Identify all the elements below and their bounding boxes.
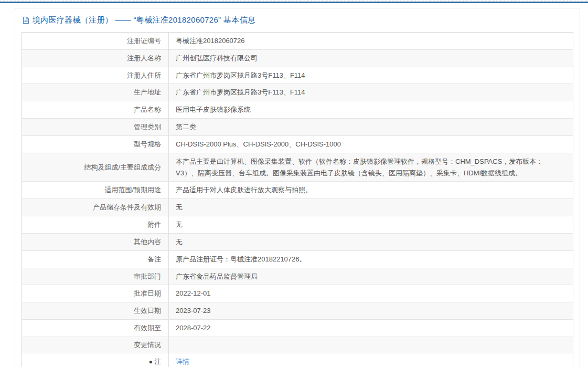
row-value [169, 337, 573, 353]
note-icon: ● [149, 359, 153, 365]
row-label: 注册证编号 [22, 33, 169, 49]
row-value: 详情 [169, 353, 573, 367]
table-row: 批准日期2022-12-01 [22, 285, 573, 302]
table-row: 型号规格CH-DSIS-2000 Plus、CH-DSIS-2000、CH-DS… [22, 136, 573, 153]
row-value: 广东省广州市萝岗区揽月路3号F113、F114 [169, 67, 573, 84]
table-row: 结构及组成/主要组成成分本产品主要是由计算机、图像采集装置、软件（软件名称：皮肤… [22, 153, 573, 182]
row-value: 无 [169, 234, 573, 250]
registration-info-panel: 境内医疗器械（注册） —— “粤械注准20182060726” 基本信息 注册证… [15, 8, 580, 367]
row-label: 产品名称 [22, 101, 169, 118]
row-value: 第二类 [169, 119, 573, 135]
row-label: 注册人住所 [22, 67, 169, 84]
table-row: 变更情况 [22, 337, 573, 353]
table-row: 生产地址广东省广州市萝岗区揽月路3号F113、F114 [22, 84, 573, 101]
row-label: 其他内容 [22, 234, 169, 250]
row-value: CH-DSIS-2000 Plus、CH-DSIS-2000、CH-DSIS-1… [169, 136, 573, 153]
table-row: 注册人名称广州创弘医疗科技有限公司 [22, 50, 573, 67]
row-value: 2023-07-23 [169, 302, 573, 319]
row-value: 2022-12-01 [169, 285, 573, 302]
table-row: 审批部门广东省食品药品监督管理局 [22, 268, 573, 286]
detail-link[interactable]: 详情 [176, 356, 189, 367]
row-value: 本产品主要是由计算机、图像采集装置、软件（软件名称：皮肤镜影像管理软件，规格型号… [169, 153, 573, 182]
row-value: 原产品注册证号：粤械注准20182210726。 [169, 251, 573, 268]
document-icon [23, 16, 29, 24]
table-row: ●注详情 [22, 353, 573, 367]
row-label: 结构及组成/主要组成成分 [22, 153, 169, 182]
table-row: 生效日期2023-07-23 [22, 302, 573, 320]
row-label: 型号规格 [22, 136, 169, 153]
row-label: 备注 [22, 251, 169, 268]
row-label: 批准日期 [22, 285, 169, 302]
page-title: 境内医疗器械（注册） —— “粤械注准20182060726” 基本信息 [33, 15, 255, 25]
table-row: 有效期至2028-07-22 [22, 320, 573, 337]
table-row: 产品储存条件及有效期无 [22, 199, 573, 216]
info-table: 注册证编号粤械注准20182060726注册人名称广州创弘医疗科技有限公司注册人… [22, 32, 573, 367]
row-label: 注册人名称 [22, 50, 169, 67]
table-row: 注册证编号粤械注准20182060726 [22, 33, 573, 50]
row-value: 粤械注准20182060726 [169, 33, 573, 49]
row-value: 广州创弘医疗科技有限公司 [169, 50, 573, 67]
table-row: 管理类别第二类 [22, 119, 573, 136]
table-row: 备注原产品注册证号：粤械注准20182210726。 [22, 251, 573, 268]
row-value: 广东省广州市萝岗区揽月路3号F113、F114 [169, 84, 573, 101]
row-label: 管理类别 [22, 119, 169, 135]
row-label: 生效日期 [22, 302, 169, 319]
row-label: 生产地址 [22, 84, 169, 101]
table-row: 其他内容无 [22, 234, 573, 251]
row-label: 有效期至 [22, 320, 169, 337]
row-value: 产品适用于对人体皮肤进行放大观察与拍照。 [169, 182, 573, 198]
row-label: 产品储存条件及有效期 [22, 199, 169, 216]
table-row: 注册人住所广东省广州市萝岗区揽月路3号F113、F114 [22, 67, 573, 85]
table-row: 产品名称医用电子皮肤镜影像系统 [22, 101, 573, 119]
row-label: ●注 [22, 353, 169, 367]
row-value: 广东省食品药品监督管理局 [169, 268, 573, 285]
panel-header: 境内医疗器械（注册） —— “粤械注准20182060726” 基本信息 [22, 14, 573, 32]
row-label: 审批部门 [22, 268, 169, 285]
row-value: 无 [169, 199, 573, 216]
row-value: 2028-07-22 [169, 320, 573, 337]
top-accent-bar [0, 2, 588, 3]
table-row: 附件无 [22, 216, 573, 234]
row-value: 无 [169, 216, 573, 233]
row-label: 附件 [22, 216, 169, 233]
row-label: 适用范围/预期用途 [22, 182, 169, 198]
row-label: 变更情况 [22, 337, 169, 353]
table-row: 适用范围/预期用途产品适用于对人体皮肤进行放大观察与拍照。 [22, 182, 573, 199]
row-value: 医用电子皮肤镜影像系统 [169, 101, 573, 118]
